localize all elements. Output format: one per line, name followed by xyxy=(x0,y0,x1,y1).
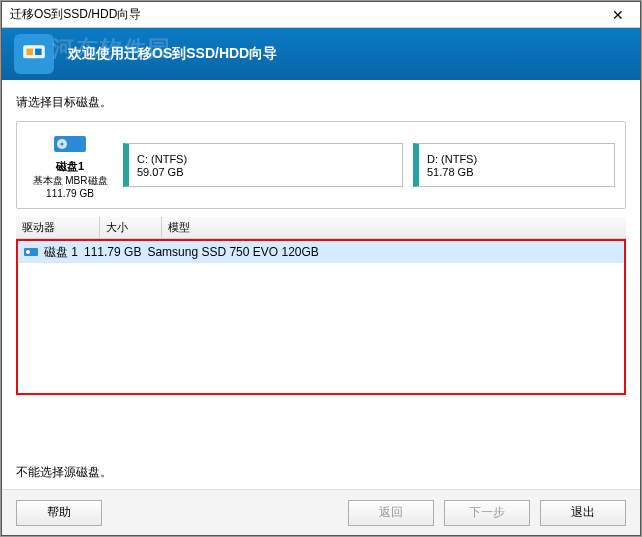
row-size: 111.79 GB xyxy=(84,245,141,259)
exit-button[interactable]: 退出 xyxy=(540,500,626,526)
target-disk-list: 磁盘 1 111.79 GB Samsung SSD 750 EVO 120GB xyxy=(16,239,626,395)
disk-row-icon xyxy=(24,246,38,258)
note-text: 不能选择源磁盘。 xyxy=(16,464,626,481)
partition-size: 59.07 GB xyxy=(137,166,394,178)
disk-type: 基本盘 MBR磁盘 xyxy=(33,174,108,187)
disk-name: 磁盘1 xyxy=(56,159,84,174)
header-size[interactable]: 大小 xyxy=(100,217,162,238)
titlebar: 迁移OS到SSD/HDD向导 ✕ xyxy=(2,2,640,28)
header-drive[interactable]: 驱动器 xyxy=(16,217,100,238)
watermark: 河东软件园 xyxy=(52,34,172,64)
svg-point-7 xyxy=(26,250,30,254)
prompt-text: 请选择目标磁盘。 xyxy=(16,94,626,111)
button-bar: 帮助 返回 下一步 退出 xyxy=(2,489,640,535)
partition-c: C: (NTFS) 59.07 GB xyxy=(123,143,403,187)
svg-rect-2 xyxy=(35,49,42,56)
list-empty-area xyxy=(18,263,624,393)
partition-label: C: (NTFS) xyxy=(137,153,394,165)
source-disk-panel: 磁盘1 基本盘 MBR磁盘 111.79 GB C: (NTFS) 59.07 … xyxy=(16,121,626,209)
partition-label: D: (NTFS) xyxy=(427,153,606,165)
svg-rect-1 xyxy=(26,49,33,56)
partition-d: D: (NTFS) 51.78 GB xyxy=(413,143,615,187)
disk-size: 111.79 GB xyxy=(46,187,94,200)
app-logo-icon xyxy=(14,34,54,74)
wizard-window: 迁移OS到SSD/HDD向导 ✕ 欢迎使用迁移OS到SSD/HDD向导 河东软件… xyxy=(1,1,641,536)
disk-info: 磁盘1 基本盘 MBR磁盘 111.79 GB xyxy=(27,130,113,200)
header-model[interactable]: 模型 xyxy=(162,217,626,238)
banner: 欢迎使用迁移OS到SSD/HDD向导 河东软件园 xyxy=(2,28,640,80)
list-row-selected[interactable]: 磁盘 1 111.79 GB Samsung SSD 750 EVO 120GB xyxy=(18,241,624,263)
list-header: 驱动器 大小 模型 xyxy=(16,217,626,239)
close-button[interactable]: ✕ xyxy=(596,2,640,28)
svg-point-5 xyxy=(61,143,64,146)
spacer xyxy=(16,401,626,456)
row-drive: 磁盘 1 xyxy=(44,244,78,261)
content-area: 请选择目标磁盘。 磁盘1 基本盘 MBR磁盘 111.79 GB C: (NTF… xyxy=(2,80,640,489)
svg-rect-0 xyxy=(23,45,45,58)
disk-icon xyxy=(52,130,88,156)
help-button[interactable]: 帮助 xyxy=(16,500,102,526)
window-title: 迁移OS到SSD/HDD向导 xyxy=(10,6,596,23)
back-button[interactable]: 返回 xyxy=(348,500,434,526)
partition-size: 51.78 GB xyxy=(427,166,606,178)
next-button[interactable]: 下一步 xyxy=(444,500,530,526)
row-model: Samsung SSD 750 EVO 120GB xyxy=(147,245,318,259)
